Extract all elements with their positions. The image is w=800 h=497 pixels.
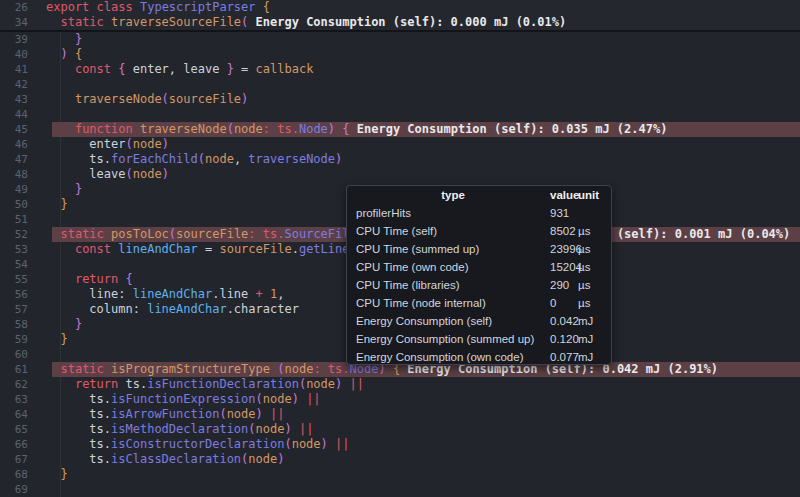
code-token: return bbox=[75, 377, 118, 391]
code-line[interactable]: 64 ts.isArrowFunction(node) || bbox=[0, 407, 800, 422]
tooltip-cell-unit: mJ bbox=[578, 330, 602, 348]
code-line[interactable]: 45 function traverseNode(node: ts.Node) … bbox=[0, 122, 800, 137]
code-line[interactable]: 67 ts.isClassDeclaration(node) bbox=[0, 452, 800, 467]
energy-annotation: Energy Consumption (self): 0.035 mJ (2.4… bbox=[350, 122, 668, 136]
tooltip-cell-unit: µs bbox=[578, 294, 602, 312]
tooltip-header-type: type bbox=[356, 186, 550, 204]
code-token: node bbox=[292, 437, 321, 451]
line-number: 58 bbox=[0, 317, 28, 332]
code-editor: 39 }40 ) {41 const { enter, leave } = ca… bbox=[0, 0, 800, 497]
code-token: || bbox=[335, 437, 349, 451]
code-line[interactable]: 48 leave(node) bbox=[0, 167, 800, 182]
code-line[interactable]: 40 ) { bbox=[0, 47, 800, 62]
code-token bbox=[46, 377, 75, 391]
code-token: Node bbox=[299, 122, 328, 136]
tooltip-cell-type: Energy Consumption (summed up) bbox=[356, 330, 550, 348]
tooltip-row: Energy Consumption (self)0.042mJ bbox=[356, 312, 602, 330]
line-number: 66 bbox=[0, 437, 28, 452]
code-token: ( bbox=[169, 227, 176, 241]
tooltip-cell-value: 0.077 bbox=[550, 348, 578, 365]
tooltip-cell-value: 0 bbox=[550, 294, 578, 312]
code-token: traverseNode bbox=[248, 152, 335, 166]
code-token bbox=[46, 182, 75, 196]
line-number: 67 bbox=[0, 452, 28, 467]
code-line[interactable]: 66 ts.isConstructorDeclaration(node) || bbox=[0, 437, 800, 452]
code-line[interactable]: 44 bbox=[0, 107, 800, 122]
code-line[interactable]: 43 traverseNode(sourceFile) bbox=[0, 92, 800, 107]
tooltip-cell-unit: µs bbox=[578, 276, 602, 294]
tooltip-row: CPU Time (self)8502µs bbox=[356, 222, 602, 240]
code-token bbox=[104, 15, 111, 29]
code-token: } bbox=[75, 182, 82, 196]
code-token bbox=[104, 362, 111, 376]
code-token: enter bbox=[46, 137, 125, 151]
code-token: .character bbox=[227, 302, 299, 316]
code-token: = bbox=[198, 242, 220, 256]
code-line[interactable]: 41 const { enter, leave } = callback bbox=[0, 62, 800, 77]
code-token: lineAndChar bbox=[118, 242, 197, 256]
code-token bbox=[46, 242, 75, 256]
code-token: column: bbox=[46, 302, 147, 316]
code-line[interactable]: 62 return ts.isFunctionDeclaration(node)… bbox=[0, 377, 800, 392]
line-number: 40 bbox=[0, 47, 28, 62]
code-token: function bbox=[75, 122, 133, 136]
line-number: 64 bbox=[0, 407, 28, 422]
tooltip-cell-type: CPU Time (own code) bbox=[356, 258, 550, 276]
sticky-code-line[interactable]: 26export class TypescriptParser { bbox=[0, 0, 800, 15]
line-number: 53 bbox=[0, 242, 28, 257]
code-token: ts. bbox=[118, 377, 147, 391]
code-token: const bbox=[75, 62, 111, 76]
code-token: ) bbox=[328, 122, 335, 136]
line-number: 65 bbox=[0, 422, 28, 437]
tooltip-row: CPU Time (libraries)290µs bbox=[356, 276, 602, 294]
line-number: 39 bbox=[0, 32, 28, 47]
line-number: 50 bbox=[0, 197, 28, 212]
profiler-tooltip: type value unit profilerHits931CPU Time … bbox=[346, 185, 612, 365]
code-token: .line bbox=[212, 287, 255, 301]
code-token: posToLoc bbox=[111, 227, 169, 241]
tooltip-cell-value: 8502 bbox=[550, 222, 578, 240]
code-line[interactable]: 42 bbox=[0, 77, 800, 92]
code-token bbox=[328, 437, 335, 451]
line-number: 48 bbox=[0, 167, 28, 182]
code-token bbox=[46, 32, 75, 46]
line-number: 57 bbox=[0, 302, 28, 317]
code-token: ts. bbox=[46, 452, 111, 466]
code-token: node bbox=[133, 167, 162, 181]
code-token: } bbox=[75, 317, 82, 331]
tooltip-cell-value: 23996 bbox=[550, 240, 578, 258]
line-number: 41 bbox=[0, 62, 28, 77]
line-number: 43 bbox=[0, 92, 28, 107]
tooltip-row: Energy Consumption (own code)0.077mJ bbox=[356, 348, 602, 365]
code-token: } bbox=[227, 62, 234, 76]
line-number: 47 bbox=[0, 152, 28, 167]
code-token: isConstructorDeclaration bbox=[111, 437, 284, 451]
code-token: { bbox=[342, 122, 349, 136]
code-token bbox=[46, 227, 60, 241]
code-token: } bbox=[60, 197, 67, 211]
code-token: = bbox=[234, 62, 256, 76]
tooltip-cell-type: profilerHits bbox=[356, 204, 550, 222]
code-token: ( bbox=[227, 122, 234, 136]
code-line[interactable]: 65 ts.isMethodDeclaration(node) || bbox=[0, 422, 800, 437]
code-token: leave bbox=[46, 167, 125, 181]
code-token: ) bbox=[162, 167, 169, 181]
code-token: ts. bbox=[46, 422, 111, 436]
sticky-code-line[interactable]: 34 static traverseSourceFile( Energy Con… bbox=[0, 15, 800, 30]
line-number: 60 bbox=[0, 347, 28, 362]
code-token: static bbox=[60, 15, 103, 29]
code-line[interactable]: 63 ts.isFunctionExpression(node) || bbox=[0, 392, 800, 407]
tooltip-cell-value: 0.042 bbox=[550, 312, 578, 330]
sticky-scroll-header[interactable]: 26export class TypescriptParser {34 stat… bbox=[0, 0, 800, 32]
code-line[interactable]: 47 ts.forEachChild(node, traverseNode) bbox=[0, 152, 800, 167]
code-token: TypescriptParser bbox=[140, 0, 256, 14]
code-line[interactable]: 39 } bbox=[0, 32, 800, 47]
line-number: 69 bbox=[0, 482, 28, 497]
tooltip-cell-unit: µs bbox=[578, 222, 602, 240]
code-line[interactable]: 69 bbox=[0, 482, 800, 497]
code-line[interactable]: 68 } bbox=[0, 467, 800, 482]
code-token bbox=[46, 15, 60, 29]
code-token bbox=[46, 317, 75, 331]
code-line[interactable]: 46 enter(node) bbox=[0, 137, 800, 152]
code-token: ) bbox=[256, 407, 263, 421]
